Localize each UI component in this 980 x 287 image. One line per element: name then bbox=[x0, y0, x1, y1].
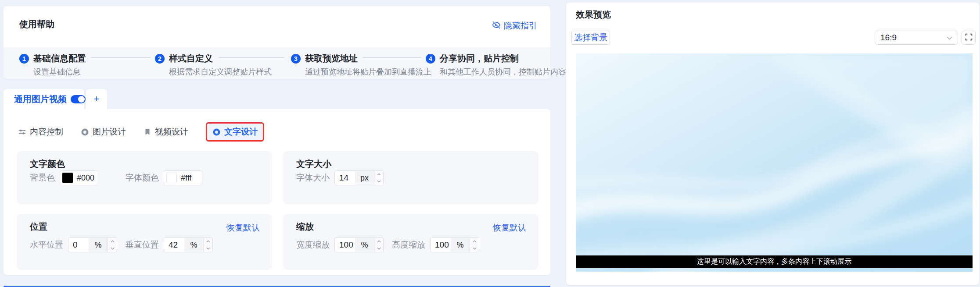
panel-title: 文字颜色 bbox=[30, 158, 65, 170]
tab-label: 文字设计 bbox=[224, 126, 258, 138]
design-tabs: 内容控制 图片设计 视频设计 bbox=[18, 122, 264, 142]
color-hex-value: #000 bbox=[77, 174, 94, 183]
tab-label: 视频设计 bbox=[155, 126, 188, 138]
step-4-number: 4 bbox=[426, 54, 435, 64]
preview-stage: 这里是可以输入文字内容，多条内容上下滚动展示 bbox=[576, 53, 973, 272]
font-size-input[interactable] bbox=[335, 171, 355, 185]
step-connector bbox=[363, 57, 421, 58]
unit-label: % bbox=[89, 238, 108, 252]
add-source-tab-button[interactable]: + bbox=[86, 89, 107, 109]
color-hex-value: #fff bbox=[181, 174, 191, 183]
preview-overlay-text-bar: 这里是可以输入文字内容，多条内容上下滚动展示 bbox=[576, 255, 973, 268]
stepper-up-icon[interactable] bbox=[204, 238, 212, 245]
unit-label: px bbox=[355, 171, 374, 185]
tab-video-design[interactable]: 视频设计 bbox=[144, 126, 188, 138]
stepper-down-icon[interactable] bbox=[374, 245, 383, 252]
step-2-title: 样式自定义 bbox=[169, 53, 213, 64]
usage-help-card: 使用帮助 隐藏指引 1 基础信息配置 设置基础信息 2 样式自定义 根据需求自定… bbox=[4, 6, 550, 79]
font-size-label: 字体大小 bbox=[296, 172, 330, 184]
preview-background-image bbox=[576, 53, 973, 272]
active-tab-highlight: 文字设计 bbox=[206, 122, 264, 142]
toggle-knob bbox=[78, 96, 85, 103]
step-2-desc: 根据需求自定义调整贴片样式 bbox=[169, 67, 272, 77]
chevron-down-icon bbox=[947, 33, 952, 43]
color-swatch bbox=[62, 173, 73, 183]
stepper-up-icon[interactable] bbox=[108, 238, 117, 245]
position-panel: 位置 恢复默认 水平位置 % 垂直位置 % bbox=[17, 214, 272, 270]
plus-icon: + bbox=[94, 93, 100, 105]
sliders-icon bbox=[18, 128, 26, 136]
tab-image-design[interactable]: 图片设计 bbox=[81, 126, 126, 138]
panel-title: 缩放 bbox=[296, 221, 314, 233]
tab-label: 内容控制 bbox=[30, 126, 63, 138]
font-size-stepper: px bbox=[334, 170, 384, 185]
select-background-button[interactable]: 选择背景 bbox=[571, 31, 610, 45]
tab-text-design[interactable]: 文字设计 bbox=[212, 126, 258, 138]
unit-label: % bbox=[355, 238, 374, 252]
tab-content-control[interactable]: 内容控制 bbox=[18, 126, 63, 138]
height-scale-stepper: % bbox=[430, 237, 479, 252]
horizontal-position-stepper: % bbox=[68, 237, 117, 252]
stepper-down-icon[interactable] bbox=[374, 178, 383, 185]
stepper-up-icon[interactable] bbox=[374, 171, 383, 178]
step-3: 3 获取预览地址 bbox=[291, 53, 358, 64]
height-scale-input[interactable] bbox=[431, 238, 451, 252]
width-scale-stepper: % bbox=[334, 237, 384, 252]
step-1-desc: 设置基础信息 bbox=[33, 67, 81, 77]
step-3-number: 3 bbox=[291, 54, 301, 64]
step-2: 2 样式自定义 bbox=[155, 53, 213, 64]
eye-off-icon bbox=[492, 21, 501, 32]
hide-guide-label: 隐藏指引 bbox=[504, 20, 537, 32]
width-scale-input[interactable] bbox=[335, 238, 355, 252]
step-4-desc: 和其他工作人员协同，控制贴片内容 bbox=[440, 67, 566, 77]
text-color-panel: 文字颜色 背景色 #000 字体颜色 #fff bbox=[17, 151, 272, 204]
effect-preview-card: 效果预览 选择背景 16:9 bbox=[566, 3, 979, 285]
step-3-desc: 通过预览地址将贴片叠加到直播流上 bbox=[305, 67, 431, 77]
step-connector bbox=[219, 57, 284, 58]
color-swatch bbox=[166, 173, 177, 183]
fullscreen-icon bbox=[965, 33, 973, 43]
background-color-label: 背景色 bbox=[30, 172, 55, 184]
scale-reset-link[interactable]: 恢复默认 bbox=[493, 222, 526, 234]
ring-icon bbox=[212, 128, 221, 136]
text-size-panel: 文字大小 字体大小 px bbox=[283, 151, 538, 204]
horizontal-position-input[interactable] bbox=[68, 238, 89, 252]
preview-title: 效果预览 bbox=[576, 9, 611, 21]
scale-panel: 缩放 恢复默认 宽度缩放 % 高度缩放 % bbox=[283, 214, 538, 270]
step-4: 4 分享协同，贴片控制 bbox=[426, 53, 519, 64]
aspect-ratio-value: 16:9 bbox=[880, 33, 897, 43]
font-color-label: 字体颜色 bbox=[126, 172, 159, 184]
height-scale-label: 高度缩放 bbox=[392, 239, 425, 251]
panel-title: 文字大小 bbox=[296, 158, 331, 170]
horizontal-position-label: 水平位置 bbox=[30, 239, 63, 251]
step-4-title: 分享协同，贴片控制 bbox=[440, 53, 519, 64]
vertical-position-label: 垂直位置 bbox=[126, 239, 159, 251]
sticker-settings-card: 内容控制 图片设计 视频设计 bbox=[4, 109, 550, 275]
source-tab-general-media[interactable]: 通用图片视频 ⋮ bbox=[4, 89, 84, 109]
step-2-number: 2 bbox=[155, 54, 165, 64]
fullscreen-button[interactable] bbox=[962, 31, 976, 45]
stepper-down-icon[interactable] bbox=[108, 245, 117, 252]
step-1-number: 1 bbox=[19, 54, 29, 64]
stepper-down-icon[interactable] bbox=[470, 245, 479, 252]
background-color-picker[interactable]: #000 bbox=[60, 170, 98, 185]
preview-overlay-text: 这里是可以输入文字内容，多条内容上下滚动展示 bbox=[697, 257, 851, 266]
hide-guide-link[interactable]: 隐藏指引 bbox=[492, 20, 537, 32]
step-connector bbox=[91, 57, 151, 58]
aspect-ratio-select[interactable]: 16:9 bbox=[875, 31, 958, 45]
font-color-picker[interactable]: #fff bbox=[164, 170, 202, 185]
select-background-label: 选择背景 bbox=[574, 32, 607, 43]
stepper-up-icon[interactable] bbox=[374, 238, 383, 245]
stepper-up-icon[interactable] bbox=[470, 238, 479, 245]
step-3-title: 获取预览地址 bbox=[305, 53, 358, 64]
unit-label: % bbox=[184, 238, 203, 252]
stepper-down-icon[interactable] bbox=[204, 245, 212, 252]
vertical-position-input[interactable] bbox=[164, 238, 184, 252]
source-tab-label: 通用图片视频 bbox=[14, 93, 67, 105]
help-title: 使用帮助 bbox=[19, 18, 54, 30]
general-media-toggle[interactable] bbox=[71, 95, 86, 103]
vertical-position-stepper: % bbox=[164, 237, 213, 252]
position-reset-link[interactable]: 恢复默认 bbox=[226, 222, 260, 234]
step-1-title: 基础信息配置 bbox=[33, 53, 86, 64]
tab-label: 图片设计 bbox=[93, 126, 126, 138]
